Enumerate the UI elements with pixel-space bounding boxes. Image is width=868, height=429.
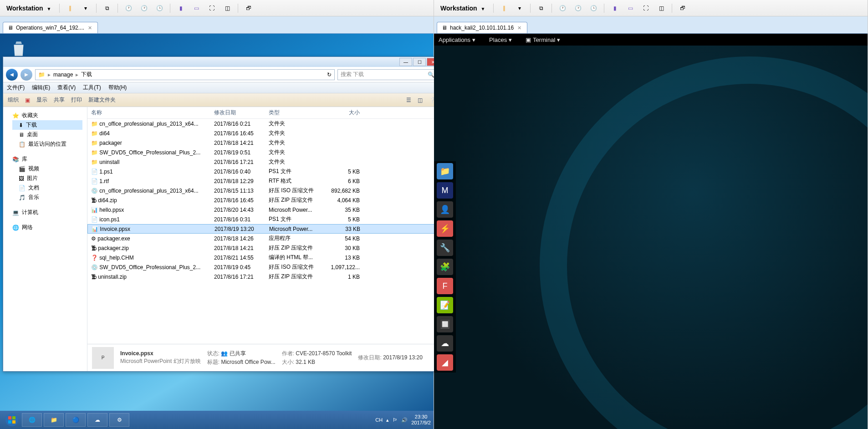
sidebar-libraries[interactable]: 📚库	[12, 154, 82, 164]
file-row[interactable]: 📁 packager2017/8/18 14:21文件夹	[87, 138, 440, 148]
view-options-icon[interactable]: ☰	[406, 97, 411, 103]
taskbar-app3[interactable]: ⚙	[109, 413, 129, 427]
clock3-icon[interactable]: 🕒	[154, 3, 164, 13]
sidebar-item-recent[interactable]: 📋最近访问的位置	[12, 139, 82, 149]
show-button[interactable]: 显示	[36, 96, 47, 104]
sidebar-item-desktop[interactable]: 🖥桌面	[12, 130, 82, 139]
preview-pane-icon[interactable]: ◫	[418, 97, 423, 103]
clock-icon[interactable]: 🕐	[557, 3, 567, 13]
search-input[interactable]: 搜索 下载 🔍	[337, 69, 438, 80]
column-name[interactable]: 名称	[91, 109, 214, 117]
address-bar[interactable]: 📁 ▸ manage ▸ 下载 ↻	[35, 69, 335, 80]
minimize-button[interactable]: —	[399, 58, 412, 66]
workstation-menu[interactable]: Workstation ▼	[438, 4, 488, 13]
close-icon[interactable]: ✕	[516, 25, 522, 31]
places-menu[interactable]: Places ▾	[489, 36, 512, 43]
sidebar-item-videos[interactable]: 🎬视频	[12, 164, 82, 174]
volume-icon[interactable]: 🔊	[401, 417, 408, 423]
flag-icon[interactable]: 🏳	[393, 417, 398, 423]
menu-view[interactable]: 查看(V)	[57, 84, 76, 92]
sidebar-network[interactable]: 🌐网络	[12, 223, 82, 232]
file-row[interactable]: 📁 cn_office_professional_plus_2013_x64..…	[87, 119, 440, 128]
clock2-icon[interactable]: 🕑	[139, 3, 149, 13]
file-row[interactable]: 📊 hello.ppsx2017/8/20 14:43Microsoft Pow…	[87, 205, 440, 214]
menu-help[interactable]: 帮助(H)	[108, 84, 127, 92]
breadcrumb-downloads[interactable]: 下载	[81, 71, 92, 78]
clock3-icon[interactable]: 🕒	[588, 3, 598, 13]
print-button[interactable]: 打印	[71, 96, 82, 104]
file-row[interactable]: 💿 SW_DVD5_Office_Professional_Plus_2...2…	[87, 262, 440, 272]
applications-menu[interactable]: Applications ▾	[439, 36, 475, 43]
file-row[interactable]: 🗜 uninstall.zip2017/8/16 17:21好压 ZIP 压缩文…	[87, 272, 440, 281]
dock-app4[interactable]: ☁	[437, 335, 453, 352]
file-row[interactable]: 📊 Invoice.ppsx2017/8/19 13:20Microsoft P…	[87, 224, 440, 234]
dock-burp[interactable]: ⚡	[437, 220, 453, 237]
file-row[interactable]: 🗜 di64.zip2017/8/16 16:45好压 ZIP 压缩文件4,06…	[87, 195, 440, 205]
menu-file[interactable]: 文件(F)	[7, 84, 25, 92]
clock2-icon[interactable]: 🕑	[573, 3, 583, 13]
sidebar-item-pictures[interactable]: 🖼图片	[12, 174, 82, 183]
vm-tab-kali[interactable]: 🖥 hack_kali2_10.101.101.16 ✕	[437, 22, 527, 33]
dropdown-icon[interactable]: ▾	[81, 3, 91, 13]
file-row[interactable]: 💿 cn_office_professional_plus_2013_x64..…	[87, 186, 440, 195]
file-row[interactable]: ⚙ packager.exe2017/8/18 14:26应用程序54 KB	[87, 234, 440, 243]
sidebar-item-downloads[interactable]: ⬇下载	[12, 120, 82, 130]
file-row[interactable]: ❓ sql_help.CHM2017/8/21 14:55编译的 HTML 帮.…	[87, 253, 440, 262]
pause-icon[interactable]: ∥	[65, 3, 75, 13]
taskbar-explorer[interactable]: 📁	[44, 413, 64, 427]
taskbar-ie[interactable]: 🌐	[22, 413, 42, 427]
window-icon[interactable]: 🗗	[678, 3, 688, 13]
file-row[interactable]: 🗜 packager.zip2017/8/18 14:21好压 ZIP 压缩文件…	[87, 243, 440, 253]
dock-user[interactable]: 👤	[437, 201, 453, 218]
dock-notes[interactable]: 📝	[437, 297, 453, 313]
sidebar-favorites[interactable]: ⭐收藏夹	[12, 111, 82, 120]
view1-icon[interactable]: ▮	[610, 3, 620, 13]
taskbar-app1[interactable]: 🔵	[66, 413, 86, 427]
dock-faraday[interactable]: F	[437, 278, 453, 294]
sidebar-item-music[interactable]: 🎵音乐	[12, 193, 82, 202]
snapshot-icon[interactable]: ⧉	[102, 3, 112, 13]
fullscreen-icon[interactable]: ⛶	[207, 3, 217, 13]
snapshot-icon[interactable]: ⧉	[536, 3, 546, 13]
unity-icon[interactable]: ◫	[656, 3, 666, 13]
close-icon[interactable]: ✕	[87, 25, 93, 31]
file-row[interactable]: 📄 icon.ps12017/8/16 0:31PS1 文件5 KB	[87, 214, 440, 224]
share-button[interactable]: 共享	[54, 96, 65, 104]
new-folder-button[interactable]: 新建文件夹	[88, 96, 116, 104]
organize-button[interactable]: 组织	[8, 96, 19, 104]
workstation-menu[interactable]: Workstation ▼	[4, 4, 54, 13]
column-date[interactable]: 修改日期	[214, 109, 269, 117]
maximize-button[interactable]: ☐	[413, 58, 426, 66]
column-size[interactable]: 大小	[328, 109, 364, 117]
sidebar-item-documents[interactable]: 📄文档	[12, 183, 82, 193]
dock-files[interactable]: 📁	[437, 163, 453, 179]
pause-icon[interactable]: ∥	[499, 3, 509, 13]
dock-metasploit[interactable]: M	[437, 182, 453, 199]
file-row[interactable]: 📁 uninstall2017/8/16 17:21文件夹	[87, 157, 440, 167]
menu-tools[interactable]: 工具(T)	[83, 84, 101, 92]
taskbar-clock[interactable]: 23:30 2017/9/2	[411, 414, 431, 426]
file-row[interactable]: 📄 1.rtf2017/8/18 12:29RTF 格式6 KB	[87, 176, 440, 186]
sidebar-computer[interactable]: 💻计算机	[12, 208, 82, 217]
dock-app3[interactable]: 🔲	[437, 316, 453, 332]
unity-icon[interactable]: ◫	[222, 3, 232, 13]
column-type[interactable]: 类型	[269, 109, 328, 117]
start-button[interactable]	[3, 411, 21, 429]
back-button[interactable]: ◄	[6, 69, 18, 81]
refresh-icon[interactable]: ↻	[327, 72, 332, 78]
menu-edit[interactable]: 编辑(E)	[32, 84, 50, 92]
dock-app5[interactable]: ◢	[437, 354, 453, 371]
view2-icon[interactable]: ▭	[191, 3, 201, 13]
file-row[interactable]: 📄 1.ps12017/8/16 0:40PS1 文件5 KB	[87, 167, 440, 176]
dock-app2[interactable]: 🧩	[437, 259, 453, 275]
terminal-menu[interactable]: ▣ Terminal ▾	[526, 36, 560, 43]
view1-icon[interactable]: ▮	[176, 3, 186, 13]
forward-button[interactable]: ►	[20, 69, 32, 81]
file-row[interactable]: 📁 SW_DVD5_Office_Professional_Plus_2...2…	[87, 148, 440, 157]
file-row[interactable]: 📁 di642017/8/16 16:45文件夹	[87, 128, 440, 138]
clock-icon[interactable]: 🕐	[123, 3, 133, 13]
dropdown-icon[interactable]: ▾	[515, 3, 525, 13]
language-indicator[interactable]: CH	[375, 417, 383, 423]
window-icon[interactable]: 🗗	[244, 3, 254, 13]
chevron-up-icon[interactable]: ▴	[386, 417, 389, 423]
